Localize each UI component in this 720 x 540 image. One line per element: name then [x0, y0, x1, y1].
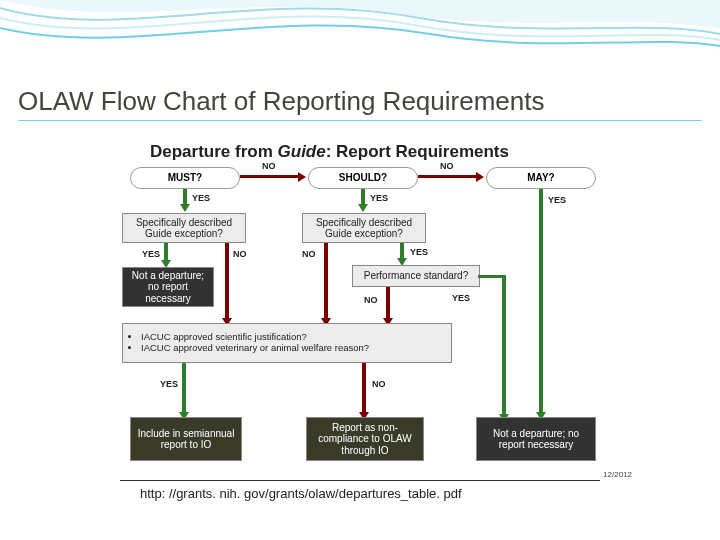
label-yes-1: YES — [192, 193, 210, 203]
node-perf: Performance standard? — [352, 265, 480, 287]
title-underline — [18, 120, 702, 121]
node-may: MAY? — [486, 167, 596, 189]
slide-title: OLAW Flow Chart of Reporting Requirement… — [18, 86, 544, 117]
label-no-1: NO — [262, 161, 276, 171]
node-include: Include in semiannual report to IO — [130, 417, 242, 461]
decorative-waves — [0, 0, 720, 70]
node-spec1: Specifically described Guide exception? — [122, 213, 246, 243]
label-yes-3: YES — [548, 195, 566, 205]
label-no-3: NO — [233, 249, 247, 259]
label-no-2: NO — [440, 161, 454, 171]
node-must: MUST? — [130, 167, 240, 189]
label-yes-7: YES — [160, 379, 178, 389]
label-no-6: NO — [372, 379, 386, 389]
node-iacuc: IACUC approved scientific justification?… — [122, 323, 452, 363]
label-yes-2: YES — [370, 193, 388, 203]
label-yes-5: YES — [410, 247, 428, 257]
footer-divider — [120, 480, 600, 481]
flowchart: MUST? SHOULD? MAY? NO NO YES YES YES — [80, 155, 640, 475]
node-not1: Not a departure; no report necessary — [122, 267, 214, 307]
slide-container: OLAW Flow Chart of Reporting Requirement… — [0, 0, 720, 540]
node-spec2: Specifically described Guide exception? — [302, 213, 426, 243]
label-no-4: NO — [302, 249, 316, 259]
iacuc-bullet-2: IACUC approved veterinary or animal welf… — [141, 343, 369, 354]
date-stamp: 12/2012 — [603, 470, 632, 479]
node-not2: Not a departure; no report necessary — [476, 417, 596, 461]
label-yes-6: YES — [452, 293, 470, 303]
label-no-5: NO — [364, 295, 378, 305]
label-yes-4: YES — [142, 249, 160, 259]
node-report: Report as non-compliance to OLAW through… — [306, 417, 424, 461]
footer-url: http: //grants. nih. gov/grants/olaw/dep… — [140, 486, 462, 501]
node-should: SHOULD? — [308, 167, 418, 189]
